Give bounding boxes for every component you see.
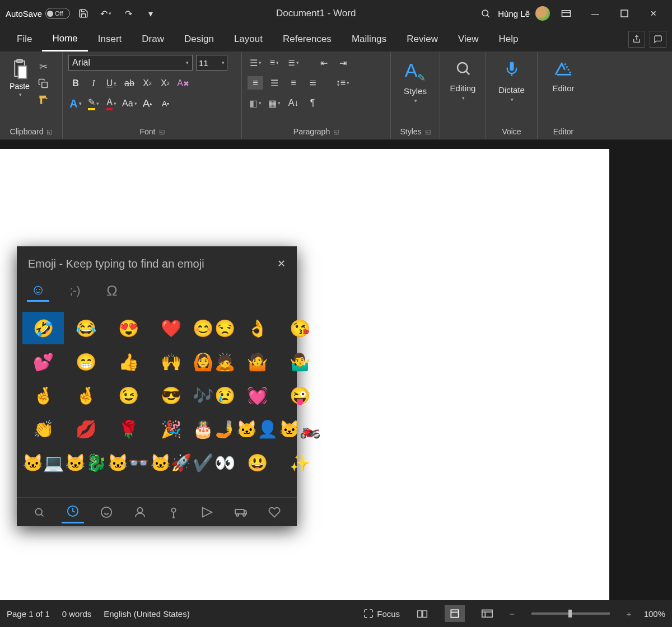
chevron-down-icon[interactable]: ▾ [19,92,22,97]
emoji-cat-celebration-icon[interactable] [162,501,185,523]
redo-icon[interactable]: ↷ [119,4,137,22]
close-icon[interactable]: ✕ [641,4,666,22]
copy-icon[interactable] [37,77,49,90]
emoji-item[interactable]: 🎉 [150,413,192,445]
emoji-cat-people-icon[interactable] [129,501,151,523]
justify-icon[interactable]: ≣ [305,76,320,90]
emoji-item[interactable]: 😁 [65,345,106,378]
emoji-item[interactable]: 👌 [236,312,278,344]
emoji-item[interactable]: 😃 [236,446,278,479]
paragraph-launcher-icon[interactable]: ◱ [333,128,339,135]
autosave-control[interactable]: AutoSave Off [6,8,70,19]
clipboard-launcher-icon[interactable]: ◱ [46,128,52,135]
tab-design[interactable]: Design [174,28,224,50]
emoji-tab-emoji[interactable]: ☺ [27,279,49,302]
tab-view[interactable]: View [448,28,489,50]
format-painter-icon[interactable] [37,94,49,106]
emoji-item[interactable]: 🤣 [22,312,64,344]
status-language[interactable]: English (United States) [104,609,189,619]
emoji-item[interactable]: ❤️ [150,312,192,344]
emoji-tab-symbols[interactable]: Ω [101,279,123,302]
emoji-item[interactable]: 💓 [236,379,278,411]
zoom-in-icon[interactable]: + [627,609,632,619]
shading-icon[interactable]: ◧▾ [248,96,263,110]
emoji-item[interactable]: ✔️ [193,446,213,479]
borders-icon[interactable]: ▦▾ [267,96,282,110]
emoji-item[interactable]: 🙌 [150,345,192,378]
font-size-select[interactable]: 11▾ [196,55,227,71]
emoji-tab-kaomoji[interactable]: ;-) [64,279,86,302]
emoji-item[interactable]: 😒 [214,312,235,344]
change-case-icon[interactable]: Aa▾ [122,96,137,111]
sort-icon[interactable]: A↓ [286,96,301,110]
dictate-button[interactable]: Dictate ▾ [492,55,531,102]
emoji-item[interactable]: 💋 [65,413,106,445]
emoji-cat-search-icon[interactable] [28,501,50,523]
line-spacing-icon[interactable]: ↕≡▾ [335,76,351,90]
undo-icon[interactable]: ↶▾ [97,4,115,22]
emoji-item[interactable]: 🤞 [22,379,64,411]
status-page[interactable]: Page 1 of 1 [7,609,50,619]
underline-button[interactable]: U▾ [104,76,119,91]
font-launcher-icon[interactable]: ◱ [159,128,165,135]
emoji-item[interactable]: 😉 [108,379,149,411]
emoji-item[interactable]: 👀 [214,446,235,479]
subscript-button[interactable]: X2 [140,76,155,91]
tab-draw[interactable]: Draw [132,28,174,50]
ribbon-display-icon[interactable] [553,4,579,22]
bullets-icon[interactable]: ☰▾ [248,56,263,69]
tab-mailings[interactable]: Mailings [342,28,396,50]
show-marks-icon[interactable]: ¶ [305,96,320,110]
increase-indent-icon[interactable]: ⇥ [335,56,351,69]
align-left-icon[interactable]: ≡ [248,76,263,90]
shrink-font-icon[interactable]: A▾ [158,96,173,111]
emoji-item[interactable]: 🙇 [214,345,235,378]
zoom-thumb[interactable] [568,610,572,617]
emoji-item[interactable]: 🐱‍🏍 [279,413,320,445]
emoji-cat-recent-icon[interactable] [62,501,84,523]
autosave-toggle[interactable]: Off [45,8,70,19]
tab-home[interactable]: Home [42,27,87,52]
cut-icon[interactable]: ✂ [37,60,49,73]
search-icon[interactable] [477,4,494,22]
emoji-item[interactable]: 🎶 [193,379,213,411]
zoom-level[interactable]: 100% [644,609,665,619]
styles-button[interactable]: A✎ Styles ▾ [396,55,434,104]
emoji-item[interactable]: 🤷‍♂️ [279,345,320,378]
font-color-icon[interactable]: A▾ [104,96,119,111]
share-icon[interactable] [628,31,645,48]
focus-button[interactable]: Focus [363,609,400,619]
status-words[interactable]: 0 words [62,609,92,619]
emoji-cat-transport-icon[interactable] [230,501,252,523]
numbering-icon[interactable]: ≡▾ [267,56,282,69]
maximize-icon[interactable] [612,4,637,22]
print-layout-icon[interactable] [445,605,465,622]
emoji-item[interactable]: 👍 [108,345,149,378]
minimize-icon[interactable]: ― [582,4,608,22]
emoji-item[interactable]: 😜 [279,379,320,411]
highlight-icon[interactable]: ✎▾ [86,96,101,111]
strikethrough-button[interactable]: ab [122,76,137,91]
emoji-item[interactable]: 😘 [279,312,320,344]
text-effects-icon[interactable]: A▾ [68,96,83,111]
align-right-icon[interactable]: ≡ [286,76,301,90]
tab-help[interactable]: Help [489,28,529,50]
emoji-item[interactable]: 🎂 [193,413,213,445]
align-center-icon[interactable]: ☰ [267,76,282,90]
emoji-item[interactable]: 😎 [150,379,192,411]
styles-launcher-icon[interactable]: ◱ [425,128,431,135]
emoji-item[interactable]: 🌹 [108,413,149,445]
read-mode-icon[interactable] [412,605,432,622]
user-avatar[interactable] [535,6,550,21]
tab-review[interactable]: Review [396,28,448,50]
emoji-item[interactable]: 🤞 [65,379,106,411]
superscript-button[interactable]: X2 [158,76,172,91]
emoji-item[interactable]: ✨ [279,446,320,479]
emoji-item[interactable]: 🙆 [193,345,213,378]
tab-layout[interactable]: Layout [224,28,273,50]
save-icon[interactable] [74,4,92,22]
comments-icon[interactable] [650,31,666,48]
tab-references[interactable]: References [273,28,342,50]
emoji-item[interactable]: 🐱‍👓 [108,446,149,479]
emoji-cat-hearts-icon[interactable] [263,501,286,523]
